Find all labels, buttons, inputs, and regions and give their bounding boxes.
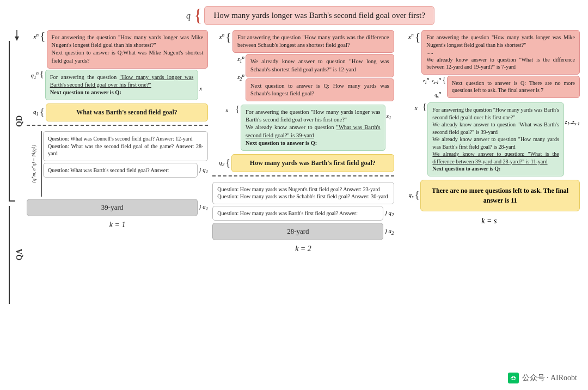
arrow-icon <box>13 30 21 41</box>
col2-qa-q2-text: Question: How many yards was Barth's fir… <box>217 210 358 216</box>
col1-qa-q1-text: Question: What was Barth's second field … <box>48 167 169 173</box>
col2-green-text1: For answering the question "How many yar… <box>246 109 381 138</box>
col3-green-text1: For answering the question "How many yar… <box>432 107 559 172</box>
col1-q1-brace: { <box>40 107 45 118</box>
col3-known1: We already know answer to question "What… <box>426 57 575 70</box>
col1-qa-q1-row: Question: What was Barth's second field … <box>43 163 198 178</box>
col2-salmon-text1: For answering the question "How many yar… <box>237 34 389 48</box>
col1-x-label: x <box>199 70 208 92</box>
col2-xn-label: xn <box>212 30 224 41</box>
col1-salmon-text: For answering the question "How many yar… <box>52 34 204 48</box>
col3-inner-brace: { <box>442 76 446 84</box>
col3-x-label: x <box>415 102 421 111</box>
col3-z1zs-label: z1..zs-1 <box>565 102 580 126</box>
watermark: 公众号 · AIRoobt <box>508 373 578 383</box>
col2-z1-label: z1 <box>387 105 394 120</box>
col1-green-box: For answering the question "How many yar… <box>45 70 199 101</box>
col3-salmon-next-q: Next question to answer is Q: There are … <box>447 76 580 98</box>
col2-salmon-top: For answering the question "How many yar… <box>232 30 394 53</box>
col1-qa-box: Question: What was Connell's second fiel… <box>43 131 208 161</box>
col1-a1-label: } a1 <box>199 203 208 211</box>
col3-final-answer-box: There are no more questions left to ask.… <box>420 180 580 211</box>
col1-next-q: Next question to answer is Q:What was Mi… <box>52 50 204 63</box>
col2-zn2-label: z2n <box>237 72 244 82</box>
col2-dotted-divider <box>212 175 394 176</box>
col2-zn1-label: z1n <box>237 54 244 63</box>
col1-k-label: k = 1 <box>27 221 208 229</box>
col2-q2-label: q2 <box>212 159 224 167</box>
col2-green-brace: { <box>235 105 240 114</box>
col1-q1-brace2: } q1 <box>199 166 208 174</box>
col1-answer-box: 39-yard <box>27 199 198 216</box>
col2-qa-q2-row: Question: How many yards was Barth's fir… <box>212 206 383 221</box>
col1-set-label: {q*m, a*q} ~ IA(q1) <box>27 131 42 197</box>
qa-label: QA <box>15 206 25 304</box>
col3-qs-brace: { <box>415 190 420 201</box>
col1-xn-label: xn <box>27 30 39 41</box>
main-container: q { How many yards longer was Barth's se… <box>0 0 588 390</box>
col3-green-brace: { <box>422 102 427 112</box>
col2-answer-box: 28-yard <box>212 223 383 240</box>
col1-green-text: For answering the question "How many yar… <box>50 74 194 88</box>
col3-salmon-top-text: For answering the question "How many yar… <box>426 34 575 48</box>
watermark-text: 公众号 · AIRoobt <box>522 373 578 383</box>
col3-next-q-text: Next question to answer is Q: There are … <box>452 80 575 94</box>
col2-x-label: x <box>225 105 234 113</box>
col3-top-brace: { <box>415 30 421 44</box>
col3-green-box: For answering the question "How many yar… <box>427 102 564 176</box>
col2-top-brace: { <box>225 30 231 44</box>
col3-k-label: k = s <box>399 217 580 226</box>
col1-top-brace: { <box>40 30 46 42</box>
col1-q1n: q1n <box>27 70 39 81</box>
col2-salmon-z2: Next question to answer is Q: How many y… <box>246 78 394 101</box>
col1-q1-label: q1 <box>27 108 39 117</box>
column-3: xn { For answering the question "How man… <box>399 30 580 304</box>
col2-salmon-z1: We already know answer to question "How … <box>246 54 394 77</box>
col3-z1s-label: z1n..zs-1n <box>423 76 441 85</box>
col2-yellow-box: How many yards was Barth's first field g… <box>231 154 394 172</box>
col2-a2-label: } a2 <box>384 228 394 236</box>
col2-next-q: Next question to answer is Q: How many y… <box>250 83 389 96</box>
col2-qa-text: Question: How many yards was Nugent's fi… <box>217 186 388 200</box>
col1-next-q-bold: Next question to answer is Q: <box>50 89 121 95</box>
main-question-box: How many yards longer was Barth's second… <box>204 6 434 25</box>
col2-known-text: We already know answer to question "How … <box>250 58 389 72</box>
qd-label: QD <box>15 41 25 202</box>
col2-k-label: k = 2 <box>212 245 394 253</box>
col3-dots: ..... <box>426 49 433 55</box>
col2-q2-brace2: } q2 <box>384 209 394 217</box>
col3-qsn-label: qsn <box>434 90 441 99</box>
col1-qa-text: Question: What was Connell's second fiel… <box>48 136 203 156</box>
col1-dotted-divider <box>27 125 208 126</box>
col3-xn-label: xn <box>399 30 414 41</box>
col2-q2-brace: { <box>225 157 230 169</box>
col2-next-q-bold: Next question to answer is Q: <box>246 140 317 146</box>
top-brace: { <box>194 5 202 26</box>
col3-qs-label: qs <box>399 191 414 199</box>
col1-salmon-box: For answering the question "How many yar… <box>47 30 209 69</box>
svg-marker-1 <box>15 36 19 41</box>
col3-final-text: There are no more questions left to ask.… <box>432 187 568 204</box>
top-question-row: q { How many yards longer was Barth's se… <box>41 5 580 26</box>
column-1: xn { For answering the question "How man… <box>27 30 208 304</box>
column-2: xn { For answering the question "How man… <box>212 30 394 304</box>
q-label: q <box>186 11 191 21</box>
col1-yellow-box: What was Barth's second field goal? <box>46 103 209 121</box>
col3-salmon-top: For answering the question "How many yar… <box>421 30 580 75</box>
col1-mid-brace: { <box>40 70 44 80</box>
col2-green-box: For answering the question "How many yar… <box>241 105 385 151</box>
wechat-icon <box>508 373 519 383</box>
col2-qa-box: Question: How many yards was Nugent's fi… <box>212 182 394 204</box>
